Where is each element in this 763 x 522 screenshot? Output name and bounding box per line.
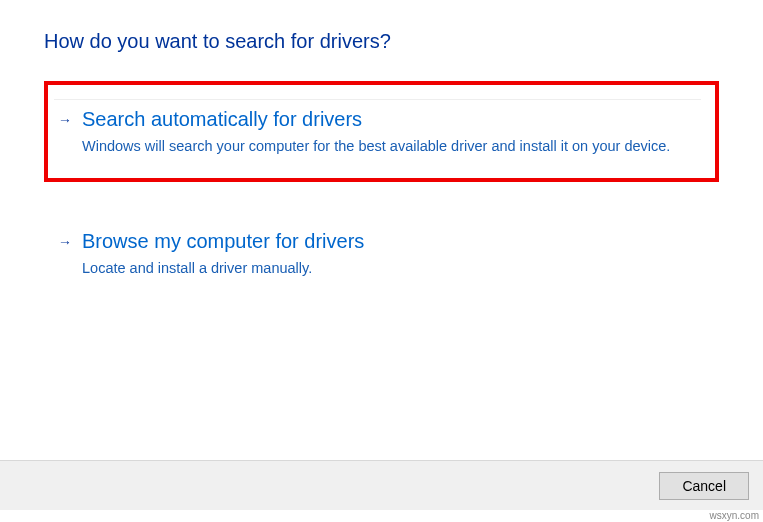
option-text: Search automatically for drivers Windows…: [76, 106, 701, 158]
dialog-content: How do you want to search for drivers? →…: [0, 0, 763, 298]
option-row: → Search automatically for drivers Windo…: [54, 106, 701, 158]
watermark: wsxyn.com: [710, 510, 759, 521]
option-browse-computer[interactable]: → Browse my computer for drivers Locate …: [44, 212, 719, 298]
arrow-right-icon: →: [54, 228, 76, 250]
option-search-automatically[interactable]: → Search automatically for drivers Windo…: [44, 81, 719, 182]
option-description: Locate and install a driver manually.: [82, 258, 701, 280]
arrow-right-icon: →: [54, 106, 76, 128]
option-text: Browse my computer for drivers Locate an…: [76, 228, 701, 280]
option-title: Search automatically for drivers: [82, 106, 701, 132]
page-title: How do you want to search for drivers?: [44, 30, 719, 53]
divider: [54, 99, 701, 100]
option-title: Browse my computer for drivers: [82, 228, 701, 254]
option-row: → Browse my computer for drivers Locate …: [54, 228, 701, 280]
dialog-footer: Cancel: [0, 460, 763, 510]
option-description: Windows will search your computer for th…: [82, 136, 701, 158]
cancel-button[interactable]: Cancel: [659, 472, 749, 500]
